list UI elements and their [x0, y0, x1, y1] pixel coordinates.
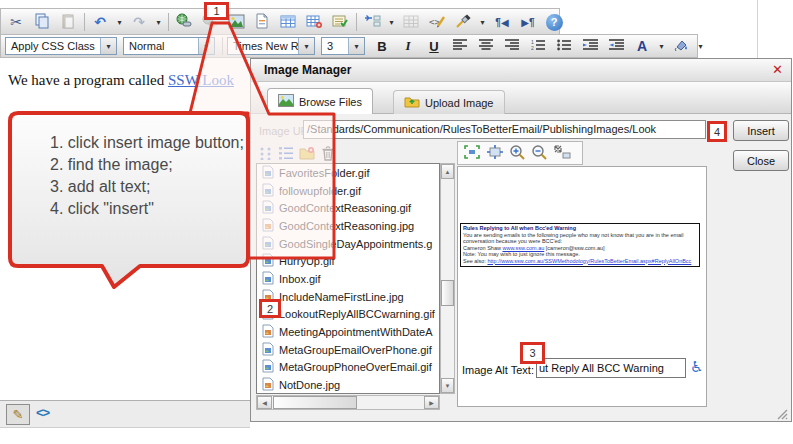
- scroll-left-icon[interactable]: ◀: [257, 396, 272, 409]
- close-button[interactable]: Close: [733, 150, 789, 171]
- align-left-button[interactable]: [449, 36, 471, 56]
- file-list-vscrollbar[interactable]: ▲ ▼: [440, 163, 455, 394]
- image-file-icon: [262, 324, 274, 340]
- image-url-field[interactable]: /Standards/Communication/RulesToBetterEm…: [303, 120, 706, 139]
- file-list-item[interactable]: HurryUp.gif: [257, 252, 439, 270]
- file-list-item[interactable]: followupfolder.gif: [257, 182, 439, 200]
- file-list-item[interactable]: NotDone.jpg: [257, 376, 439, 394]
- align-center-button[interactable]: [475, 36, 497, 56]
- redo-dropdown[interactable]: ▾: [154, 12, 163, 32]
- hscroll-thumb[interactable]: [273, 396, 357, 409]
- see-also-link: http://www.ssw.com.au/SSWMethodology/Rul…: [487, 258, 691, 264]
- font-color-button[interactable]: A: [631, 36, 653, 56]
- tab-browse-files[interactable]: Browse Files: [267, 88, 373, 114]
- underline-button[interactable]: U: [423, 36, 445, 56]
- highlight-color-dropdown[interactable]: ▾: [696, 36, 705, 56]
- file-list-item[interactable]: GoodContextReasoning.gif: [257, 199, 439, 217]
- file-list[interactable]: FavoritesFolder.gif followupfolder.gif G…: [256, 163, 440, 394]
- insert-button[interactable]: Insert: [733, 120, 789, 141]
- chevron-down-icon[interactable]: ▾: [100, 38, 116, 54]
- file-list-item[interactable]: Inbox.gif: [257, 270, 439, 288]
- file-list-item[interactable]: GoodSingleDayAppointments.g: [257, 235, 439, 253]
- file-list-item[interactable]: FavoritesFolder.gif: [257, 164, 439, 182]
- table-wizard-button[interactable]: [303, 12, 325, 32]
- toggle-resize-icon[interactable]: [553, 144, 571, 162]
- css-class-select[interactable]: Apply CSS Class ▾: [5, 37, 117, 55]
- preview-image-body: You are sending emails to the following …: [463, 232, 697, 245]
- file-list-item[interactable]: IncludeNameFirstLine.jpg: [257, 288, 439, 306]
- outdent-button[interactable]: [605, 36, 627, 56]
- indent-button[interactable]: [579, 36, 601, 56]
- chevron-down-icon[interactable]: ▾: [198, 38, 214, 54]
- help-button[interactable]: ?: [543, 12, 565, 32]
- zoom-out-icon[interactable]: [531, 144, 548, 162]
- font-name-select[interactable]: Times New Roma ▾: [227, 37, 315, 55]
- paste-button[interactable]: [57, 12, 79, 32]
- image-alt-text-input[interactable]: [536, 358, 686, 378]
- insert-link-button[interactable]: [173, 12, 195, 32]
- dialog-tab-strip: Browse Files Upload Image: [251, 82, 791, 114]
- dialog-title-bar[interactable]: Image Manager ✕: [251, 59, 791, 82]
- file-list-hscrollbar[interactable]: ◀ ▶: [256, 395, 440, 410]
- paint-bucket-icon: [673, 38, 690, 54]
- tab-upload-image[interactable]: Upload Image: [393, 90, 505, 114]
- file-list-item[interactable]: MetaGroupEmailOverPhone.gif: [257, 341, 439, 359]
- insert-form-button[interactable]: [329, 12, 351, 32]
- insert-table-button[interactable]: [277, 12, 299, 32]
- pencil-icon: ✎: [13, 407, 24, 422]
- paragraph-ltr-button[interactable]: ¶◀: [491, 12, 513, 32]
- numbered-list-icon: 12: [531, 39, 545, 53]
- redo-button[interactable]: ↷: [128, 12, 150, 32]
- edit-html-button[interactable]: <>: [426, 12, 448, 32]
- file-list-item[interactable]: GoodContextReasoning.jpg: [257, 217, 439, 235]
- details-view-icon[interactable]: [279, 146, 293, 162]
- new-folder-icon[interactable]: [299, 146, 315, 162]
- paragraph-style-select[interactable]: Normal ▾: [123, 37, 215, 55]
- insert-form-icon: [332, 14, 348, 31]
- align-right-button[interactable]: [501, 36, 523, 56]
- paragraph-ltr-icon: ¶◀: [495, 17, 508, 28]
- chevron-down-icon[interactable]: ▾: [348, 38, 364, 54]
- best-fit-icon[interactable]: [463, 144, 481, 162]
- insert-tab-button[interactable]: [361, 12, 383, 32]
- table-disabled-button[interactable]: [400, 12, 422, 32]
- font-color-dropdown[interactable]: ▾: [657, 36, 666, 56]
- dialog-resize-grip[interactable]: [775, 407, 788, 422]
- delete-icon[interactable]: [321, 145, 335, 163]
- bold-button[interactable]: B: [371, 36, 393, 56]
- file-list-item-selected[interactable]: LookoutReplyAllBCCwarning.gif: [257, 306, 439, 324]
- undo-dropdown[interactable]: ▾: [115, 12, 124, 32]
- close-icon[interactable]: ✕: [772, 62, 783, 77]
- scroll-down-icon[interactable]: ▼: [441, 378, 454, 393]
- numbered-list-button[interactable]: 12: [527, 36, 549, 56]
- italic-button[interactable]: I: [397, 36, 419, 56]
- image-file-icon: [262, 271, 274, 287]
- zoom-in-icon[interactable]: [509, 144, 526, 162]
- vscroll-thumb[interactable]: [441, 280, 454, 306]
- file-list-item[interactable]: MeetingAppointmentWithDateA: [257, 323, 439, 341]
- preview-toolbar: [457, 141, 583, 165]
- format-painter-dropdown[interactable]: ▾: [478, 12, 487, 32]
- image-file-icon: [262, 165, 274, 181]
- table-grid-icon: [403, 14, 419, 31]
- scroll-up-icon[interactable]: ▲: [441, 164, 454, 179]
- file-list-item[interactable]: MetaGroupPhoneOverEmail.gif: [257, 359, 439, 377]
- undo-button[interactable]: ↶: [89, 12, 111, 32]
- highlight-color-button[interactable]: [670, 36, 692, 56]
- bullet-list-button[interactable]: [553, 36, 575, 56]
- indent-icon: [583, 39, 598, 53]
- font-size-select[interactable]: 3 ▾: [321, 37, 365, 55]
- copy-button[interactable]: [31, 12, 53, 32]
- actual-size-icon[interactable]: [486, 144, 504, 162]
- design-mode-button[interactable]: ✎: [6, 404, 30, 425]
- chevron-down-icon[interactable]: ▾: [298, 38, 314, 54]
- cut-button[interactable]: ✂: [5, 12, 27, 32]
- scroll-right-icon[interactable]: ▶: [424, 396, 439, 409]
- format-painter-button[interactable]: [452, 12, 474, 32]
- insert-document-button[interactable]: [251, 12, 273, 32]
- ssw-look-link[interactable]: SSW Look: [168, 72, 234, 88]
- insert-tab-dropdown[interactable]: ▾: [387, 12, 396, 32]
- thumbnails-view-icon[interactable]: [259, 146, 273, 162]
- html-mode-button[interactable]: <>: [36, 405, 49, 420]
- paragraph-rtl-button[interactable]: ▶¶: [517, 12, 539, 32]
